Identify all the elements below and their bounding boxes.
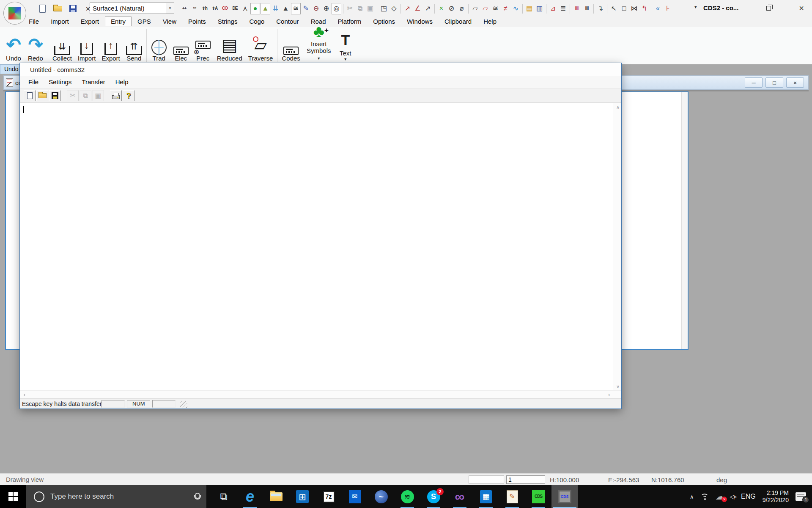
menu-strings[interactable]: Strings — [212, 17, 244, 26]
crossfall-icon[interactable]: ⊦ — [663, 3, 673, 14]
close-window-button[interactable]: × — [793, 2, 809, 14]
curve-icon[interactable]: ↰ — [639, 3, 649, 14]
cascade-windows-icon[interactable]: ◳ — [379, 3, 389, 14]
vertical-curves-icon[interactable]: « — [653, 3, 663, 14]
undo-history-item[interactable]: Undo — [4, 66, 18, 72]
menu-clipboard[interactable]: Clipboard — [439, 17, 477, 26]
annotate-heights-icon[interactable]: ⇕A — [210, 3, 219, 14]
insert-points-icon[interactable]: ⇊ — [271, 3, 280, 14]
language-indicator[interactable]: ENG — [741, 493, 756, 500]
zoom-window-icon[interactable]: ◎ — [332, 3, 341, 14]
pick-object-icon[interactable]: ↖ — [609, 3, 619, 14]
taskbar-thunderbird-icon[interactable]: ~ — [368, 485, 394, 508]
road-curve-icon[interactable]: ↴ — [595, 3, 605, 14]
ribbon-elec-button[interactable]: Elec — [170, 28, 192, 63]
comms32-titlebar[interactable]: Untitled - comms32 — [20, 63, 621, 76]
taskbar-clock[interactable]: 2:19 PM 9/22/2020 — [763, 489, 789, 504]
polygon-icon[interactable]: ▱ — [470, 3, 480, 14]
resize-grip[interactable] — [180, 401, 187, 408]
menu-contour[interactable]: Contour — [270, 17, 304, 26]
show-descriptions-icon[interactable]: DE — [230, 3, 240, 14]
menu-view[interactable]: View — [157, 17, 182, 26]
taskbar-7zip-icon[interactable]: 7z — [315, 485, 342, 508]
restore-window-button[interactable] — [760, 2, 776, 14]
ribbon-text-button[interactable]: TText ▾ — [335, 28, 357, 63]
draw-line-icon[interactable]: ↗ — [403, 3, 412, 14]
ribbon-reduced-button[interactable]: ▤Reduced — [214, 28, 245, 63]
show-codes-icon[interactable]: CO — [220, 3, 230, 14]
cut-icon[interactable]: ✂ — [345, 3, 355, 14]
batter-boards-alt-icon[interactable]: ‖‖ — [582, 3, 592, 14]
zoom-out-icon[interactable]: ⊖ — [311, 3, 321, 14]
scroll-down-icon[interactable]: ∨ — [614, 383, 622, 390]
contours-icon[interactable]: ≋ — [291, 3, 301, 14]
snap-mode-icon[interactable]: ◇ — [389, 3, 399, 14]
toolbar-overflow-icon[interactable]: ▾ — [694, 4, 697, 10]
comms32-menu-file[interactable]: File — [23, 77, 44, 87]
taskbar-mail-icon[interactable]: ✉ — [342, 485, 368, 508]
status-input-empty[interactable] — [469, 475, 504, 484]
taskbar-explorer-icon[interactable] — [263, 485, 289, 508]
taskbar-cds-icon[interactable]: CDS — [525, 485, 551, 508]
microphone-icon[interactable] — [194, 493, 200, 501]
ribbon-trad-button[interactable]: ┼Trad — [148, 28, 170, 63]
circle-exclude-icon[interactable]: ⊘ — [447, 3, 456, 14]
open-file-icon[interactable] — [52, 3, 63, 14]
start-button[interactable] — [0, 485, 26, 508]
draw-profile-icon[interactable]: ✎ — [301, 3, 311, 14]
point-heights-icon[interactable]: ⇕h — [200, 3, 209, 14]
copy-icon[interactable]: ⧉ — [355, 3, 365, 14]
ribbon-send-button[interactable]: ⇈Send — [123, 28, 145, 63]
menu-help[interactable]: Help — [477, 17, 502, 26]
ribbon-export-button[interactable]: ↑Export — [99, 28, 123, 63]
ribbon-prec-button[interactable]: ⊕Prec — [192, 28, 214, 63]
point-numbers-icon[interactable]: ¹²³ — [189, 3, 199, 14]
chevron-down-icon[interactable]: ▼ — [166, 3, 174, 14]
open-job-icon[interactable]: ▤ — [524, 3, 534, 14]
profile-chart-icon[interactable]: ⊿ — [548, 3, 558, 14]
menu-import[interactable]: Import — [45, 17, 75, 26]
taskbar-calculator-icon[interactable]: ▦ — [473, 485, 499, 508]
point-symbol-icon[interactable]: ● — [250, 3, 260, 14]
taskbar-store-icon[interactable]: ⊞ — [289, 485, 315, 508]
menu-export[interactable]: Export — [75, 17, 105, 26]
menu-platform[interactable]: Platform — [332, 17, 367, 26]
ribbon-undo-button[interactable]: ↶Undo — [3, 28, 25, 63]
scroll-up-icon[interactable]: ∧ — [614, 103, 622, 111]
line-bearing-icon[interactable]: ↗ — [423, 3, 433, 14]
taskbar-skype-icon[interactable]: S2 — [420, 485, 447, 508]
batter-boards-icon[interactable]: ‖‖ — [572, 3, 582, 14]
menu-options[interactable]: Options — [367, 17, 401, 26]
intersect-icon[interactable]: × — [436, 3, 446, 14]
polygon-cut-icon[interactable]: ▱ — [480, 3, 490, 14]
mdi-close-button[interactable]: × — [786, 77, 804, 88]
taskbar-edge-icon[interactable]: e — [237, 485, 263, 508]
zoom-in-icon[interactable]: ⊕ — [321, 3, 331, 14]
taskbar-search[interactable]: Type here to search — [26, 485, 206, 508]
open-file-button[interactable] — [36, 90, 48, 101]
action-center-icon[interactable]: 1 — [796, 492, 806, 501]
line-angle-icon[interactable]: ∠ — [413, 3, 422, 14]
ribbon-redo-button[interactable]: ↷Redo — [25, 28, 47, 63]
terrain-model-icon[interactable]: ▲ — [261, 3, 270, 14]
mdi-restore-button[interactable]: □ — [765, 77, 783, 88]
section-view-icon[interactable]: ≣ — [558, 3, 568, 14]
save-job-icon[interactable]: ▥ — [535, 3, 544, 14]
menu-file[interactable]: File — [23, 17, 45, 26]
taskbar-visual-studio-icon[interactable]: ∞ — [447, 485, 473, 508]
cross-section-icon[interactable]: ≠ — [501, 3, 510, 14]
menu-cogo[interactable]: Cogo — [243, 17, 270, 26]
ribbon-collect-button[interactable]: ⇊Collect — [49, 28, 75, 63]
mdi-minimize-button[interactable]: ─ — [745, 77, 763, 88]
scale-input[interactable]: 1 — [506, 475, 545, 484]
paste-icon[interactable]: ▣ — [365, 3, 375, 14]
taskbar-task-view-icon[interactable]: ⧉ — [211, 485, 237, 508]
ribbon-codes-button[interactable]: Codes — [279, 28, 303, 63]
menu-windows[interactable]: Windows — [401, 17, 439, 26]
vertical-scrollbar[interactable]: ∧ ∨ — [614, 103, 621, 390]
print-button[interactable] — [110, 90, 122, 101]
stations-icon[interactable]: ⋈ — [629, 3, 639, 14]
fence-select-icon[interactable]: □ — [619, 3, 629, 14]
circle-diameter-icon[interactable]: ⌀ — [457, 3, 466, 14]
symbols-legs-icon[interactable]: ⋏ — [240, 3, 250, 14]
